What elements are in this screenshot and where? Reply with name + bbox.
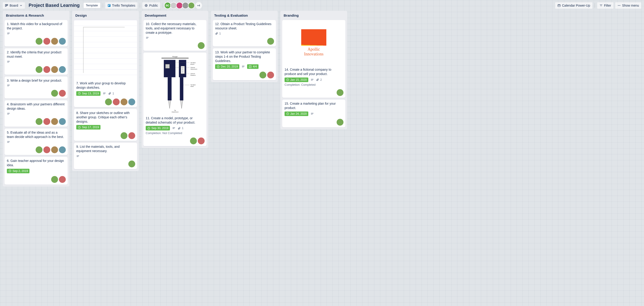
svg-text:Adjustment: Adjustment	[190, 68, 197, 70]
card[interactable]: 5. Evaluate all of the ideas and as a te…	[4, 129, 68, 155]
avatar[interactable]	[128, 99, 135, 105]
avatar[interactable]	[59, 66, 66, 73]
more-icon	[618, 4, 621, 7]
svg-point-10	[620, 5, 620, 5]
avatar[interactable]	[59, 38, 66, 45]
due-date-badge[interactable]: Sep 30, 2019	[146, 126, 170, 131]
avatar[interactable]	[59, 90, 66, 97]
svg-rect-43	[249, 66, 252, 68]
avatar[interactable]	[336, 119, 344, 126]
card[interactable]: 8. Share your sketches or outline with a…	[74, 109, 137, 141]
avatar[interactable]	[36, 66, 42, 73]
avatar[interactable]	[36, 118, 42, 125]
avatar[interactable]	[44, 147, 50, 153]
avatar[interactable]	[59, 118, 66, 125]
avatar[interactable]	[51, 147, 58, 153]
card-badges: 1	[215, 32, 274, 35]
due-date-badge[interactable]: Jan 24, 2020	[284, 112, 308, 116]
card[interactable]: 13. Work with your partner to complete s…	[213, 48, 276, 80]
card[interactable]: 4. Brainstorm with your partners differe…	[4, 100, 68, 127]
avatar[interactable]	[120, 99, 128, 105]
card-members	[144, 42, 206, 51]
trello-icon	[108, 4, 111, 7]
divider	[103, 3, 103, 8]
avatar[interactable]	[51, 176, 58, 183]
show-menu-button[interactable]: Show menu	[615, 2, 641, 9]
globe-icon	[144, 4, 148, 7]
avatar[interactable]	[44, 66, 50, 73]
board-canvas: Brainstorm & Research1. Watch this video…	[0, 11, 644, 189]
avatar[interactable]	[59, 176, 66, 183]
card[interactable]: 3. Write a design brief for your product…	[4, 77, 68, 99]
view-switcher[interactable]: Board	[3, 2, 25, 9]
divider	[595, 3, 595, 8]
avatar[interactable]	[51, 118, 58, 125]
card-badges	[7, 112, 65, 115]
list-title[interactable]: Brainstorm & Research	[4, 12, 68, 18]
description-badge	[7, 84, 10, 87]
attachment-badge: 1	[178, 127, 184, 130]
description-badge	[242, 65, 245, 68]
card-title: 2. Identify the criteria that your produ…	[7, 50, 65, 59]
board-title[interactable]: Project Based Learning	[27, 2, 81, 9]
svg-text:5: 5	[182, 69, 183, 70]
avatar[interactable]	[36, 147, 42, 153]
card[interactable]: 2. Identify the criteria that your produ…	[4, 48, 68, 75]
avatar[interactable]	[44, 38, 50, 45]
avatar[interactable]	[51, 38, 58, 45]
avatar[interactable]	[190, 138, 197, 144]
card[interactable]: 9. List the materials, tools, and equipm…	[74, 143, 137, 169]
avatar[interactable]	[51, 90, 58, 97]
board-members[interactable]: BC +4	[165, 2, 202, 9]
svg-text:Tip: Tip	[174, 110, 176, 111]
card[interactable]: 15. Create a marketing plan for your pro…	[282, 100, 345, 128]
more-members-button[interactable]: +4	[195, 2, 202, 9]
svg-text:Volume: Volume	[190, 67, 195, 68]
card[interactable]: 6. Gain teacher approval for your design…	[4, 157, 68, 185]
template-badge[interactable]: Template	[83, 2, 100, 8]
avatar[interactable]	[51, 66, 58, 73]
board-header: Board Project Based Learning Template Tr…	[0, 0, 644, 11]
list-title[interactable]: Development	[144, 12, 206, 18]
avatar[interactable]	[44, 118, 50, 125]
list-title[interactable]: Testing & Evaluation	[213, 12, 276, 18]
card[interactable]: 12. Obtain a Product Testing Guidelines …	[213, 20, 276, 46]
card[interactable]: 1. Watch this video for a background of …	[4, 20, 68, 46]
description-icon	[76, 154, 80, 158]
filter-button[interactable]: Filter	[597, 2, 614, 9]
description-badge	[146, 36, 149, 39]
card[interactable]: Plunger Tip Eject Button Volume Adjustme…	[144, 53, 206, 147]
avatar[interactable]	[105, 99, 112, 105]
avatar[interactable]	[36, 38, 42, 45]
due-date-badge[interactable]: Sep 13, 2019	[76, 91, 100, 96]
due-date-badge[interactable]: Sep 2, 2019	[7, 169, 30, 173]
avatar[interactable]	[267, 38, 274, 45]
card-members	[4, 37, 68, 46]
avatar[interactable]	[188, 2, 195, 9]
avatar[interactable]	[120, 132, 128, 139]
avatar[interactable]	[198, 138, 204, 144]
avatar[interactable]	[113, 99, 120, 105]
avatar[interactable]	[260, 72, 266, 78]
card[interactable]: ApollicInnovations14. Create a fictional…	[282, 20, 345, 98]
card-badges: Sep 17, 2019	[76, 125, 135, 130]
card[interactable]: 7. Work with your group to develop desig…	[74, 20, 137, 107]
workspace-button[interactable]: Trello Templates	[105, 2, 138, 9]
avatar[interactable]	[267, 72, 274, 78]
visibility-button[interactable]: Public	[142, 2, 160, 9]
due-date-badge[interactable]: Sep 17, 2019	[76, 125, 100, 130]
list-title[interactable]: Design	[74, 12, 137, 18]
avatar[interactable]	[336, 89, 344, 96]
divider	[162, 3, 163, 8]
list: Testing & Evaluation12. Obtain a Product…	[211, 11, 278, 82]
avatar[interactable]	[198, 42, 204, 49]
calendar-powerup-button[interactable]: Calendar Power-Up	[555, 2, 592, 9]
avatar[interactable]	[128, 160, 135, 167]
card-title: 9. List the materials, tools, and equipm…	[76, 145, 135, 153]
card[interactable]: 10. Collect the necessary materials, too…	[144, 20, 206, 51]
avatar[interactable]	[59, 147, 66, 153]
due-date-badge[interactable]: Jan 15, 2020	[284, 78, 308, 82]
list-title[interactable]: Branding	[282, 12, 345, 18]
avatar[interactable]	[128, 132, 135, 139]
due-date-badge[interactable]: Dec 20, 2019	[215, 64, 239, 69]
